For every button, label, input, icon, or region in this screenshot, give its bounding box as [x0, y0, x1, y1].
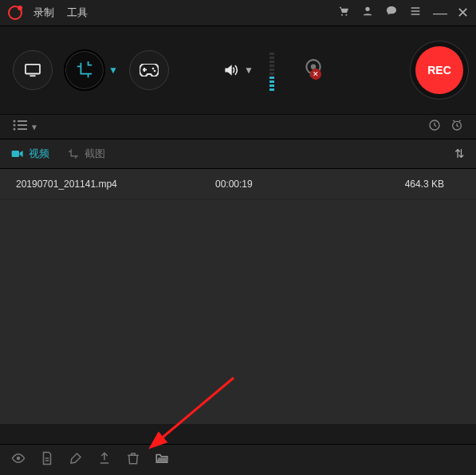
minimize-button[interactable]: — — [433, 6, 446, 19]
delete-button[interactable] — [126, 451, 140, 469]
tabs-row: 视频 截图 ⇅ — [0, 139, 476, 169]
game-mode-button[interactable] — [129, 50, 169, 90]
file-duration: 00:00:19 — [215, 179, 335, 190]
brush-icon — [69, 451, 83, 465]
screen-mode-button[interactable] — [13, 50, 53, 90]
record-button-label: REC — [427, 64, 451, 77]
chevron-down-icon[interactable]: ▼ — [244, 65, 254, 76]
alarm-icon[interactable] — [450, 119, 463, 135]
trash-icon — [126, 451, 140, 465]
video-icon — [11, 148, 24, 159]
record-button[interactable]: REC — [415, 46, 463, 94]
chevron-down-icon[interactable]: ▼ — [108, 65, 118, 76]
upload-icon — [97, 451, 112, 465]
chevron-down-icon[interactable]: ▼ — [30, 123, 38, 132]
svg-point-1 — [345, 14, 347, 16]
folder-icon — [155, 451, 169, 465]
menu-tools[interactable]: 工具 — [67, 6, 88, 20]
audio-meter — [269, 49, 274, 91]
clock-icon[interactable] — [428, 119, 441, 135]
list-view-toggle[interactable] — [13, 120, 27, 134]
app-logo-icon — [8, 6, 22, 20]
upload-button[interactable] — [97, 451, 112, 469]
svg-point-0 — [341, 14, 343, 16]
chat-icon[interactable] — [385, 5, 398, 21]
disabled-badge-icon: ✕ — [310, 69, 321, 80]
svg-rect-4 — [30, 75, 35, 77]
svg-rect-3 — [26, 65, 40, 74]
region-mode-button[interactable] — [64, 49, 105, 91]
file-name: 20190701_201141.mp4 — [16, 179, 215, 190]
svg-point-5 — [152, 68, 155, 70]
eye-icon — [11, 451, 26, 465]
svg-point-2 — [365, 7, 369, 11]
svg-rect-17 — [12, 151, 19, 157]
svg-point-11 — [14, 124, 16, 127]
title-bar: 录制 工具 — ✕ — [0, 0, 476, 26]
sort-button[interactable]: ⇅ — [454, 147, 465, 161]
speaker-icon — [222, 62, 239, 78]
edit-button[interactable] — [69, 451, 83, 469]
tab-screenshot[interactable]: 截图 — [67, 147, 105, 161]
file-icon — [40, 451, 54, 465]
svg-rect-14 — [18, 128, 27, 130]
menu-lines-icon[interactable] — [409, 5, 422, 21]
mode-toolbar: ▼ ▼ ✕ REC — [0, 26, 476, 115]
app-window: 录制 工具 — ✕ ▼ ▼ — [0, 0, 476, 475]
svg-rect-10 — [18, 120, 27, 122]
file-row[interactable]: 20190701_201141.mp4 00:00:19 464.3 KB — [0, 169, 476, 200]
window-controls: — ✕ — [337, 5, 470, 21]
webcam-control[interactable]: ✕ — [303, 58, 324, 82]
open-folder-button[interactable] — [155, 451, 169, 469]
tab-video[interactable]: 视频 — [11, 147, 49, 161]
svg-point-18 — [17, 457, 21, 461]
svg-rect-12 — [18, 124, 27, 126]
bottom-toolbar — [0, 444, 476, 475]
file-size: 464.3 KB — [335, 179, 460, 190]
svg-point-6 — [154, 70, 156, 73]
menu-record[interactable]: 录制 — [33, 6, 54, 20]
user-icon[interactable] — [361, 5, 374, 21]
tab-screenshot-label: 截图 — [85, 147, 105, 161]
audio-control[interactable]: ▼ — [222, 49, 274, 91]
main-menu: 录制 工具 — [33, 6, 88, 20]
schedule-icons — [428, 119, 463, 135]
tab-video-label: 视频 — [29, 147, 49, 161]
rename-button[interactable] — [40, 451, 54, 469]
cart-icon[interactable] — [337, 5, 350, 21]
region-mode-group[interactable]: ▼ — [64, 49, 118, 91]
file-list: 20190701_201141.mp4 00:00:19 464.3 KB — [0, 169, 476, 424]
crop-icon — [67, 148, 80, 159]
close-button[interactable]: ✕ — [457, 6, 470, 19]
svg-point-9 — [14, 120, 16, 123]
preview-button[interactable] — [11, 451, 26, 469]
list-options-row: ▼ — [0, 115, 476, 139]
svg-point-13 — [14, 128, 16, 131]
